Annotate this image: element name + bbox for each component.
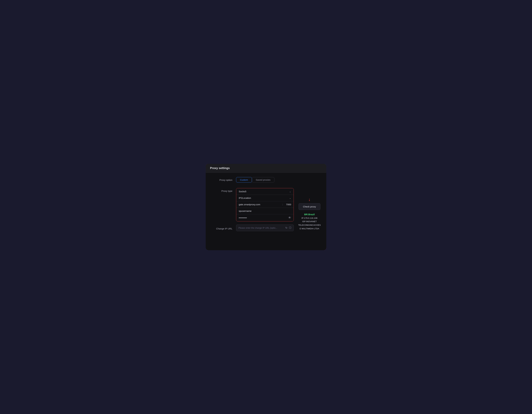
proxy-server-host: gate.smartproxy.com [239,203,282,206]
custom-option-button[interactable]: Custom [236,177,252,182]
proxy-option-row: Proxy option Custom Saved proxies [211,177,321,182]
ip-query-chevron-icon: ⌄ [289,197,291,199]
info-icon[interactable]: ⓘ [289,226,291,229]
proxy-isp-line2: TELECOMUNICACOES [298,223,321,227]
proxy-password-input[interactable] [239,216,288,219]
proxy-ip: IP:179.0.116.106 [298,216,321,220]
down-arrow-icon: ↓ [308,198,311,202]
proxy-username-field[interactable] [236,208,294,214]
proxy-server-field[interactable]: gate.smartproxy.com : 7000 [236,201,294,208]
refresh-icon[interactable]: ↻ [285,226,287,229]
proxy-password-field[interactable]: 👁 [236,214,294,221]
proxy-server-colon: : [282,203,283,206]
proxy-isp-line1: ISP:INOVANET [298,220,321,223]
change-ip-url-input[interactable] [238,227,284,229]
proxy-options-group: Custom Saved proxies [236,177,274,182]
proxy-type-value: Socks5 [239,190,289,193]
proxy-type-chevron-icon: ⌄ [289,190,291,193]
proxy-info-panel: BR:Brazil IP:179.0.116.106 ISP:INOVANET … [298,212,321,231]
fields-column: Proxy type Socks5 ⌄ IP2Location ⌄ [211,188,294,234]
proxy-type-field[interactable]: Socks5 ⌄ [236,188,294,195]
saved-proxies-option-button[interactable]: Saved proxies [252,177,274,182]
check-proxy-button[interactable]: Check proxy [299,203,320,210]
change-ip-url-label: Change IP URL [211,226,236,230]
right-panel: ↓ Check proxy BR:Brazil IP:179.0.116.106… [298,198,321,231]
proxy-username-input[interactable] [239,210,291,212]
ip-query-field[interactable]: IP2Location ⌄ [236,195,294,201]
proxy-option-label: Proxy option [211,177,236,181]
proxy-settings-window: Proxy settings Proxy option Custom Saved… [206,164,326,250]
proxy-type-label: Proxy type [211,188,236,192]
window-title: Proxy settings [210,167,322,170]
change-ip-url-input-wrap: ↻ ⓘ [236,225,294,231]
change-ip-url-row: Change IP URL ↻ ⓘ [211,225,294,231]
show-password-icon[interactable]: 👁 [288,216,291,219]
main-content-row: Proxy type Socks5 ⌄ IP2Location ⌄ [211,188,321,234]
ip-query-value: IP2Location [239,197,289,199]
proxy-country: BR:Brazil [298,212,321,216]
proxy-server-port: 7000 [286,203,291,206]
proxy-type-row: Proxy type Socks5 ⌄ IP2Location ⌄ [211,188,294,221]
proxy-fields-group: Socks5 ⌄ IP2Location ⌄ gate.smartproxy.c… [236,188,294,221]
title-bar: Proxy settings [206,164,326,173]
proxy-isp-line3: E MULTIMIDIA LTDA [298,227,321,231]
